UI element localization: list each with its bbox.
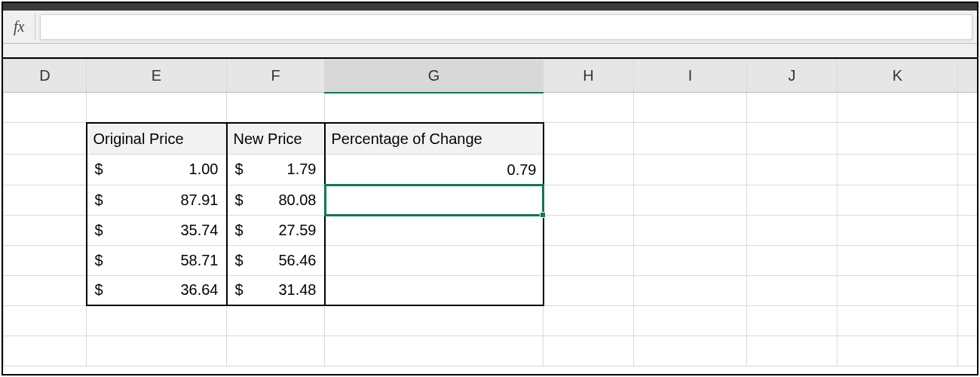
cell[interactable] bbox=[227, 336, 325, 366]
cell[interactable] bbox=[838, 245, 958, 275]
cell-new-price[interactable]: $31.48 bbox=[227, 275, 325, 305]
cell[interactable] bbox=[544, 215, 634, 245]
cell[interactable] bbox=[544, 93, 634, 123]
cell[interactable] bbox=[747, 275, 838, 305]
cell[interactable] bbox=[4, 215, 87, 245]
formula-input[interactable] bbox=[40, 14, 972, 40]
cell[interactable] bbox=[634, 93, 747, 123]
cell[interactable] bbox=[958, 275, 978, 305]
cell[interactable] bbox=[325, 336, 544, 366]
cell[interactable] bbox=[4, 154, 87, 185]
fx-icon[interactable]: fx bbox=[3, 14, 35, 40]
cell[interactable] bbox=[634, 185, 747, 215]
cell[interactable] bbox=[227, 305, 325, 336]
cell[interactable] bbox=[958, 123, 978, 155]
cell-original-price[interactable]: $36.64 bbox=[87, 275, 227, 305]
cell[interactable] bbox=[544, 154, 634, 185]
cell[interactable] bbox=[87, 305, 227, 336]
cell[interactable] bbox=[325, 305, 544, 336]
cell[interactable] bbox=[544, 123, 634, 155]
cell[interactable] bbox=[747, 185, 838, 215]
cell[interactable] bbox=[838, 123, 958, 155]
cell[interactable] bbox=[958, 305, 978, 336]
cell-pct-change[interactable] bbox=[325, 245, 544, 275]
cell[interactable] bbox=[838, 93, 958, 123]
cell[interactable] bbox=[544, 336, 634, 366]
cell[interactable] bbox=[838, 215, 958, 245]
cell[interactable] bbox=[958, 336, 978, 366]
cell-pct-change[interactable] bbox=[325, 275, 544, 305]
cell[interactable] bbox=[747, 93, 838, 123]
cell[interactable] bbox=[958, 215, 978, 245]
cell[interactable] bbox=[544, 245, 634, 275]
cell-value: $87.91 bbox=[87, 185, 226, 215]
cell[interactable] bbox=[634, 305, 747, 336]
cell-new-price[interactable]: $80.08 bbox=[227, 185, 325, 215]
cell[interactable] bbox=[958, 185, 978, 215]
cell[interactable] bbox=[4, 245, 87, 275]
col-header-K[interactable]: K bbox=[838, 60, 958, 93]
cell-original-price[interactable]: $35.74 bbox=[87, 215, 227, 245]
cell[interactable] bbox=[747, 336, 838, 366]
cell[interactable] bbox=[634, 336, 747, 366]
col-header-tail[interactable] bbox=[958, 60, 978, 93]
cell[interactable] bbox=[4, 275, 87, 305]
cell-pct-change[interactable]: 0.79 bbox=[325, 154, 544, 185]
cell[interactable] bbox=[958, 93, 978, 123]
cell[interactable] bbox=[325, 93, 544, 123]
cell[interactable] bbox=[747, 245, 838, 275]
cell[interactable] bbox=[227, 93, 325, 123]
cell-pct-change[interactable] bbox=[325, 215, 544, 245]
cell[interactable] bbox=[838, 154, 958, 185]
sheet-table: D E F G H I J K bbox=[3, 59, 977, 366]
cell[interactable] bbox=[634, 215, 747, 245]
col-header-G[interactable]: G bbox=[325, 60, 544, 93]
header-original-price[interactable]: Original Price bbox=[87, 123, 227, 155]
cell[interactable] bbox=[747, 215, 838, 245]
cell[interactable] bbox=[838, 305, 958, 336]
cell-original-price[interactable]: $58.71 bbox=[87, 245, 227, 275]
cell-original-price[interactable]: $87.91 bbox=[87, 185, 227, 215]
spreadsheet-grid[interactable]: D E F G H I J K bbox=[3, 59, 977, 374]
col-header-J[interactable]: J bbox=[747, 60, 838, 93]
cell[interactable] bbox=[544, 305, 634, 336]
cell[interactable] bbox=[4, 93, 87, 123]
col-header-H[interactable]: H bbox=[544, 60, 634, 93]
header-percentage-change[interactable]: Percentage of Change bbox=[325, 123, 544, 155]
cell[interactable] bbox=[958, 154, 978, 185]
cell-new-price[interactable]: $27.59 bbox=[227, 215, 325, 245]
col-header-D[interactable]: D bbox=[4, 60, 87, 93]
cell[interactable] bbox=[838, 336, 958, 366]
cell[interactable] bbox=[87, 93, 227, 123]
grid-row: $1.00 $1.79 0.79 bbox=[4, 154, 978, 185]
cell-original-price[interactable]: $1.00 bbox=[87, 154, 227, 185]
cell-value: $80.08 bbox=[228, 185, 324, 215]
cell-new-price[interactable]: $56.46 bbox=[227, 245, 325, 275]
col-header-F[interactable]: F bbox=[227, 60, 325, 93]
cell[interactable] bbox=[634, 123, 747, 155]
cell[interactable] bbox=[747, 305, 838, 336]
cell[interactable] bbox=[544, 185, 634, 215]
col-header-E[interactable]: E bbox=[87, 60, 227, 93]
cell[interactable] bbox=[634, 275, 747, 305]
col-header-I[interactable]: I bbox=[634, 60, 747, 93]
cell-pct-change[interactable] bbox=[325, 185, 544, 215]
app-frame: fx D E F G H I J K bbox=[2, 2, 978, 375]
cell[interactable] bbox=[838, 185, 958, 215]
cell[interactable] bbox=[747, 154, 838, 185]
cell-value: $27.59 bbox=[228, 216, 324, 245]
cell[interactable] bbox=[838, 275, 958, 305]
cell[interactable] bbox=[544, 275, 634, 305]
cell[interactable] bbox=[4, 185, 87, 215]
grid-row: $87.91 $80.08 bbox=[4, 185, 978, 215]
cell[interactable] bbox=[958, 245, 978, 275]
cell[interactable] bbox=[87, 336, 227, 366]
cell[interactable] bbox=[634, 154, 747, 185]
cell-new-price[interactable]: $1.79 bbox=[227, 154, 325, 185]
cell[interactable] bbox=[4, 336, 87, 366]
cell[interactable] bbox=[4, 123, 87, 155]
cell[interactable] bbox=[634, 245, 747, 275]
cell[interactable] bbox=[747, 123, 838, 155]
header-new-price[interactable]: New Price bbox=[227, 123, 325, 155]
cell[interactable] bbox=[4, 305, 87, 336]
